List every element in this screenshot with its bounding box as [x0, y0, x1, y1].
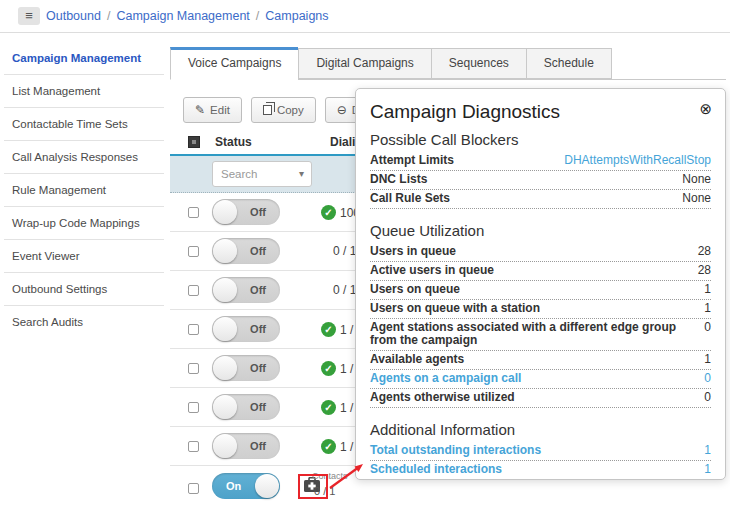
toggle-label: Off	[250, 440, 266, 452]
status-search-dropdown[interactable]: Search ▾	[212, 161, 312, 187]
status-toggle[interactable]: On	[212, 473, 280, 499]
copy-icon	[263, 105, 272, 115]
green-check-icon: ✓	[321, 322, 336, 337]
chevron-down-icon: ▾	[299, 162, 304, 186]
attempt-limits-link[interactable]: DHAttemptsWithRecallStop	[564, 154, 711, 167]
pencil-icon: ✎	[195, 103, 205, 117]
agents-on-campaign-call-link[interactable]: Agents on a campaign call	[370, 372, 694, 385]
tab-voice-campaigns[interactable]: Voice Campaigns	[170, 47, 298, 80]
toggle-knob	[213, 317, 237, 341]
breadcrumb: Outbound/Campaign Management/Campaigns	[46, 9, 329, 23]
diagnostic-row: Scheduled interactions 1	[370, 461, 711, 480]
sidebar-item-rule-management[interactable]: Rule Management	[4, 174, 164, 207]
campaign-tabs: Voice Campaigns Digital Campaigns Sequen…	[170, 47, 726, 80]
minus-circle-icon: ⊖	[337, 103, 347, 117]
diagnostic-row: Users in queue 28	[370, 243, 711, 262]
toggle-knob	[213, 434, 237, 458]
breadcrumb-outbound[interactable]: Outbound	[46, 9, 101, 23]
annotation-highlight-box	[298, 474, 328, 499]
toggle-knob	[213, 278, 237, 302]
row-checkbox[interactable]	[188, 363, 199, 374]
section-heading-call-blockers: Possible Call Blockers	[370, 131, 711, 148]
status-toggle[interactable]: Off	[212, 394, 280, 420]
toggle-knob	[255, 474, 279, 498]
row-checkbox[interactable]	[188, 207, 199, 218]
toggle-label: Off	[250, 401, 266, 413]
top-bar: ≡ Outbound/Campaign Management/Campaigns	[0, 0, 730, 33]
sidebar-item-event-viewer[interactable]: Event Viewer	[4, 240, 164, 273]
tab-digital-campaigns[interactable]: Digital Campaigns	[298, 48, 430, 79]
diagnostic-row: Total outstanding interactions 1	[370, 442, 711, 461]
campaign-diagnostics-panel: ⊗ Campaign Diagnostics Possible Call Blo…	[355, 88, 726, 480]
status-toggle[interactable]: Off	[212, 316, 280, 342]
dialing-value: 0 / 1	[333, 244, 356, 258]
status-toggle[interactable]: Off	[212, 355, 280, 381]
diagnostic-row: Available agents 1	[370, 351, 711, 370]
row-checkbox[interactable]	[188, 324, 199, 335]
tab-schedule[interactable]: Schedule	[526, 48, 612, 79]
toggle-label: Off	[250, 323, 266, 335]
green-check-icon: ✓	[321, 439, 336, 454]
dialing-value: ✓1 /	[321, 439, 353, 454]
sidebar-item-campaign-management[interactable]: Campaign Management	[4, 42, 164, 75]
sidebar-item-search-audits[interactable]: Search Audits	[4, 306, 164, 338]
sidebar: Campaign Management List Management Cont…	[0, 33, 168, 511]
breadcrumb-separator: /	[101, 9, 116, 23]
diagnostic-row: Users on queue with a station 1	[370, 300, 711, 319]
toggle-knob	[213, 200, 237, 224]
status-toggle[interactable]: Off	[212, 199, 280, 225]
toggle-label: Off	[250, 206, 266, 218]
status-toggle[interactable]: Off	[212, 277, 280, 303]
row-checkbox[interactable]	[188, 246, 199, 257]
row-checkbox[interactable]	[188, 285, 199, 296]
row-checkbox[interactable]	[188, 441, 199, 452]
green-check-icon: ✓	[321, 400, 336, 415]
diagnostic-row: Attempt Limits DHAttemptsWithRecallStop	[370, 152, 711, 171]
toggle-knob	[213, 356, 237, 380]
green-check-icon: ✓	[321, 205, 336, 220]
dialing-value: ✓1 /	[321, 361, 353, 376]
section-heading-additional-information: Additional Information	[370, 421, 711, 438]
diagnostic-row: Agents otherwise utilized 0	[370, 389, 711, 408]
status-toggle[interactable]: Off	[212, 433, 280, 459]
tab-sequences[interactable]: Sequences	[431, 48, 526, 79]
close-icon[interactable]: ⊗	[699, 101, 712, 116]
toggle-label: Off	[250, 284, 266, 296]
sidebar-item-outbound-settings[interactable]: Outbound Settings	[4, 273, 164, 306]
diagnostic-row: Users on queue 1	[370, 281, 711, 300]
diagnostic-row: Call Rule Sets None	[370, 190, 711, 209]
edit-button[interactable]: ✎Edit	[183, 97, 242, 123]
sidebar-item-wrap-up-code-mappings[interactable]: Wrap-up Code Mappings	[4, 207, 164, 240]
scheduled-interactions-link[interactable]: Scheduled interactions	[370, 463, 694, 476]
toggle-label: Off	[250, 245, 266, 257]
dialing-value: 0 / 1	[333, 283, 356, 297]
toggle-label: Off	[250, 362, 266, 374]
diagnostic-row: Active users in queue 28	[370, 262, 711, 281]
dialing-value: ✓1 /	[321, 400, 353, 415]
menu-icon[interactable]: ≡	[18, 7, 40, 25]
sidebar-item-contactable-time-sets[interactable]: Contactable Time Sets	[4, 108, 164, 141]
breadcrumb-campaigns[interactable]: Campaigns	[265, 9, 328, 23]
toggle-knob	[213, 239, 237, 263]
sidebar-item-call-analysis-responses[interactable]: Call Analysis Responses	[4, 141, 164, 174]
row-checkbox[interactable]	[188, 402, 199, 413]
diagnostic-row: DNC Lists None	[370, 171, 711, 190]
dialing-value: ✓1 /	[321, 322, 353, 337]
panel-title: Campaign Diagnostics	[370, 101, 711, 123]
diagnostic-row: Agents on a campaign call 0	[370, 370, 711, 389]
toggle-knob	[213, 395, 237, 419]
row-checkbox[interactable]	[188, 483, 199, 494]
section-heading-queue-utilization: Queue Utilization	[370, 222, 711, 239]
search-placeholder: Search	[221, 168, 257, 180]
diagnostic-row: Agent stations associated with a differe…	[370, 319, 711, 351]
status-toggle[interactable]: Off	[212, 238, 280, 264]
breadcrumb-campaign-management[interactable]: Campaign Management	[116, 9, 249, 23]
select-all-checkbox[interactable]	[188, 136, 200, 148]
copy-button[interactable]: Copy	[251, 97, 316, 123]
total-outstanding-interactions-link[interactable]: Total outstanding interactions	[370, 444, 694, 457]
green-check-icon: ✓	[321, 361, 336, 376]
breadcrumb-separator: /	[250, 9, 265, 23]
sidebar-item-list-management[interactable]: List Management	[4, 75, 164, 108]
toggle-label: On	[226, 480, 241, 492]
status-column-header: Status	[215, 135, 252, 149]
